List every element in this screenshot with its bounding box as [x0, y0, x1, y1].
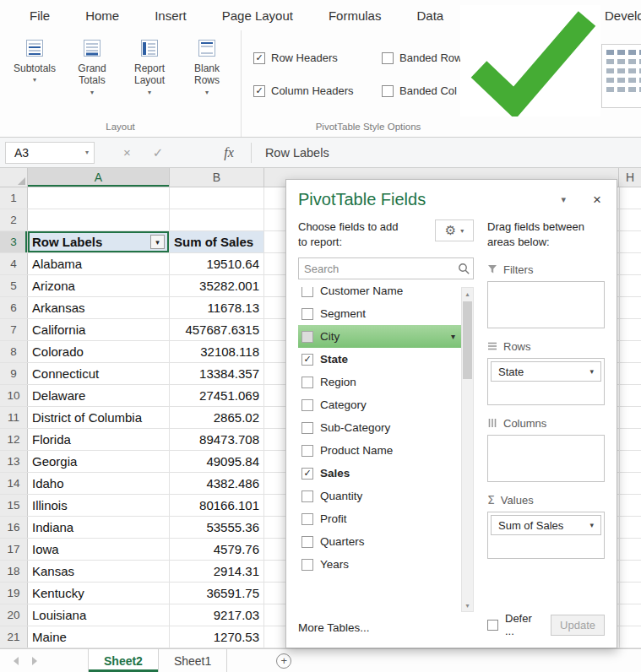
pane-options-chevron-icon[interactable]: ▾ — [557, 194, 572, 205]
row-header-18[interactable]: 18 — [0, 561, 28, 582]
field-item-customer-name[interactable]: Customer Name — [298, 287, 461, 302]
row-header-6[interactable]: 6 — [0, 297, 28, 318]
fields-scrollbar[interactable]: ▴ ▾ — [461, 287, 474, 612]
cancel-icon[interactable]: × — [123, 145, 131, 160]
row-header-7[interactable]: 7 — [0, 319, 28, 340]
cell-B6[interactable]: 11678.13 — [170, 297, 264, 318]
cell-B20[interactable]: 9217.03 — [170, 604, 264, 626]
cell-H4[interactable] — [619, 253, 641, 274]
row-header-15[interactable]: 15 — [0, 495, 28, 516]
row-header-19[interactable]: 19 — [0, 583, 28, 604]
ribbon-tab-insert[interactable]: Insert — [137, 0, 204, 30]
cell-A8[interactable]: Colorado — [28, 341, 170, 362]
enter-icon[interactable]: ✓ — [153, 145, 164, 160]
values-area[interactable]: Sum of Sales ▾ — [487, 512, 605, 559]
field-checkbox[interactable] — [301, 490, 313, 502]
more-tables-link[interactable]: More Tables... — [298, 617, 474, 637]
field-item-region[interactable]: Region — [298, 371, 461, 393]
cell-H6[interactable] — [619, 297, 641, 318]
cell-A2[interactable] — [28, 209, 170, 230]
cell-H8[interactable] — [619, 341, 641, 362]
cell-B16[interactable]: 53555.36 — [170, 517, 264, 538]
pane-close-icon[interactable]: × — [593, 192, 601, 209]
cell-H10[interactable] — [619, 385, 641, 406]
scrollbar-thumb[interactable] — [463, 301, 472, 379]
field-item-sub-category[interactable]: Sub-Category — [298, 416, 461, 439]
cell-A12[interactable]: Florida — [28, 429, 170, 450]
row-header-20[interactable]: 20 — [0, 604, 28, 626]
rows-field-chip[interactable]: State ▾ — [491, 361, 601, 382]
row-header-9[interactable]: 9 — [0, 363, 28, 384]
field-item-state[interactable]: ✓State — [298, 348, 461, 371]
new-sheet-button[interactable]: + — [276, 653, 291, 669]
row-header-3[interactable]: 3 — [0, 231, 28, 252]
values-field-chip[interactable]: Sum of Sales ▾ — [491, 515, 601, 535]
field-item-years[interactable]: Years — [298, 553, 461, 576]
sheet-tab-sheet1[interactable]: Sheet1 — [159, 649, 227, 672]
cell-B19[interactable]: 36591.75 — [170, 583, 264, 604]
insert-function-icon[interactable]: fx — [224, 145, 234, 160]
cell-H5[interactable] — [619, 275, 641, 296]
sheet-tab-sheet2[interactable]: Sheet2 — [88, 649, 159, 672]
cell-H18[interactable] — [619, 561, 641, 582]
cell-H21[interactable] — [619, 626, 641, 648]
cell-B8[interactable]: 32108.118 — [170, 341, 264, 362]
cell-H12[interactable] — [619, 429, 641, 450]
cell-A6[interactable]: Arkansas — [28, 297, 170, 318]
cell-H7[interactable] — [619, 319, 641, 340]
field-item-quarters[interactable]: Quarters — [298, 530, 461, 553]
cell-H3[interactable] — [619, 231, 641, 252]
cell-B12[interactable]: 89473.708 — [170, 429, 264, 450]
field-checkbox[interactable] — [301, 287, 313, 297]
blank-rows-button[interactable]: Blank Rows ▾ — [181, 35, 233, 118]
cell-H1[interactable] — [619, 187, 641, 209]
cell-B11[interactable]: 2865.02 — [170, 407, 264, 428]
field-item-segment[interactable]: Segment — [298, 302, 461, 325]
cell-A18[interactable]: Kansas — [28, 561, 170, 582]
chevron-down-icon[interactable]: ▾ — [589, 521, 594, 529]
formula-input[interactable]: Row Labels — [265, 146, 329, 160]
chevron-down-icon[interactable]: ▾ — [85, 149, 89, 156]
row-header-2[interactable]: 2 — [0, 209, 28, 230]
cell-B18[interactable]: 2914.31 — [170, 561, 264, 582]
cell-B10[interactable]: 27451.069 — [170, 385, 264, 406]
field-checkbox[interactable] — [301, 422, 313, 434]
grand-totals-button[interactable]: Grand Totals ▾ — [66, 35, 118, 118]
subtotals-button[interactable]: Subtotals ▾ — [8, 35, 61, 118]
row-header-13[interactable]: 13 — [0, 451, 28, 472]
field-checkbox[interactable] — [301, 399, 313, 411]
field-checkbox[interactable] — [301, 536, 313, 548]
cell-H9[interactable] — [619, 363, 641, 384]
field-item-sales[interactable]: ✓Sales — [298, 462, 461, 485]
field-checkbox[interactable] — [301, 377, 313, 388]
cell-B9[interactable]: 13384.357 — [170, 363, 264, 384]
row-header-14[interactable]: 14 — [0, 473, 28, 494]
cell-B2[interactable] — [170, 209, 264, 230]
cell-H2[interactable] — [619, 209, 641, 230]
ribbon-tab-page-layout[interactable]: Page Layout — [204, 0, 311, 30]
field-item-quantity[interactable]: Quantity — [298, 485, 461, 507]
cell-H11[interactable] — [619, 407, 641, 428]
cell-A15[interactable]: Illinois — [28, 495, 170, 516]
field-checkbox[interactable] — [301, 331, 313, 343]
cell-A9[interactable]: Connecticut — [28, 363, 170, 384]
cell-A19[interactable]: Kentucky — [28, 583, 170, 604]
cell-B17[interactable]: 4579.76 — [170, 539, 264, 560]
cell-A20[interactable]: Louisiana — [28, 604, 170, 626]
cell-A13[interactable]: Georgia — [28, 451, 170, 472]
field-item-product-name[interactable]: Product Name — [298, 439, 461, 462]
field-checkbox[interactable] — [301, 513, 313, 525]
ribbon-tab-data[interactable]: Data — [399, 0, 461, 30]
cell-H13[interactable] — [619, 451, 641, 472]
row-header-4[interactable]: 4 — [0, 253, 28, 274]
cell-H20[interactable] — [619, 604, 641, 626]
tools-button[interactable]: ⚙ ▾ — [435, 219, 474, 241]
report-layout-button[interactable]: Report Layout ▾ — [123, 35, 176, 118]
column-header-B[interactable]: B — [170, 168, 264, 187]
cell-B1[interactable] — [170, 187, 264, 209]
row-header-12[interactable]: 12 — [0, 429, 28, 450]
sheet-nav-right-icon[interactable] — [32, 657, 37, 665]
cell-A16[interactable]: Indiana — [28, 517, 170, 538]
cell-B3[interactable]: Sum of Sales — [170, 231, 264, 252]
row-header-5[interactable]: 5 — [0, 275, 28, 296]
